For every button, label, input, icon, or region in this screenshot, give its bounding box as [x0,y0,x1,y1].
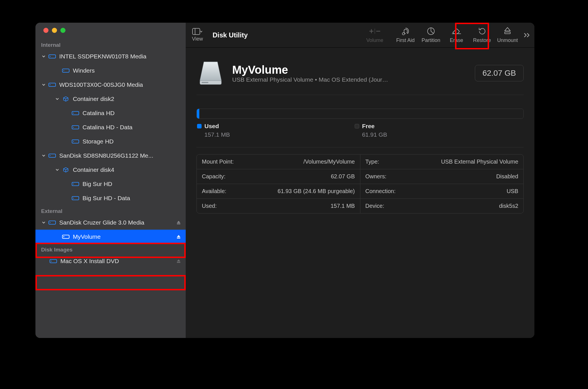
svg-point-30 [402,33,405,35]
chevron-down-icon[interactable] [41,221,47,224]
svg-point-3 [64,70,64,71]
info-key: Available: [202,188,226,195]
volume-name: MyVolume [232,64,468,76]
toolbar-label: Unmount [497,37,518,43]
legend-value: 61.91 GB [355,131,387,138]
legend-label: Used [204,123,219,130]
info-key: Capacity: [202,173,225,180]
info-key: Connection: [365,188,396,195]
external-disk-icon [48,220,56,225]
eject-icon[interactable] [175,234,182,239]
swatch-used [197,124,202,128]
sidebar-disk-sandisk-sd8[interactable]: SanDisk SD8SN8U256G1122 Me... [35,149,186,163]
legend-used: Used 157.1 MB [197,123,230,138]
unmount-icon [504,27,511,36]
svg-rect-26 [177,262,180,263]
sidebar-item-label: WDS100T3X0C-00SJG0 Media [59,81,143,88]
sidebar-item-label: Storage HD [83,138,114,145]
sidebar-volume-bigsur-hd-data[interactable]: Big Sur HD - Data [35,191,186,205]
external-drive-icon [196,59,225,87]
info-table: Mount Point:/Volumes/MyVolume Capacity:6… [196,154,524,213]
toolbar: View Disk Utility Volume First Aid [186,23,534,48]
toolbar-label: Restore [473,37,491,43]
sidebar-item-label: MyVolume [73,233,101,240]
erase-icon [452,27,461,36]
volume-size-badge: 62.07 GB [475,65,524,81]
toolbar-unmount-button[interactable]: Unmount [495,27,520,43]
minimize-window-button[interactable] [52,28,57,33]
sidebar-item-label: Winders [73,67,95,74]
info-column-right: Type:USB External Physical Volume Owners… [360,155,524,213]
chevron-double-right-icon [523,32,531,38]
sidebar-item-label: SanDisk SD8SN8U256G1122 Me... [59,152,153,159]
info-key: Used: [202,203,217,209]
sidebar-heading-disk-images: Disk Images [35,244,186,254]
legend-free: Free 61.91 GB [355,123,387,138]
internal-disk-icon [48,82,56,88]
svg-point-1 [50,56,51,57]
toolbar-view-button[interactable]: View [192,28,203,42]
toolbar-erase-button[interactable]: Erase [444,27,469,43]
sidebar-image-macosx-dvd[interactable]: Mac OS X Install DVD [35,254,186,268]
svg-point-9 [73,127,74,128]
external-disk-icon [49,258,58,264]
sidebar-container-disk4[interactable]: Container disk4 [35,163,186,177]
info-key: Device: [365,203,384,209]
toolbar-overflow-button[interactable] [520,32,534,38]
info-row: Device:disk5s2 [360,198,524,213]
toolbar-partition-button[interactable]: Partition [418,27,444,43]
swatch-free [355,124,359,128]
svg-rect-23 [177,238,180,238]
chevron-down-icon[interactable] [41,154,47,157]
svg-point-22 [64,236,64,237]
sidebar: Internal INTEL SSDPEKNW010T8 Media Winde… [35,23,186,338]
sidebar-heading-external: External [35,205,186,215]
volume-icon [71,110,80,116]
sidebar-volume-catalina-hd-data[interactable]: Catalina HD - Data [35,120,186,134]
usage-bar-used [197,109,199,119]
toolbar-first-aid-button[interactable]: First Aid [393,27,418,43]
internal-disk-icon [48,153,56,158]
divider [196,95,524,95]
fullscreen-window-button[interactable] [60,28,65,33]
svg-rect-27 [193,28,200,35]
info-value: disk5s2 [499,203,518,209]
sidebar-volume-bigsur-hd[interactable]: Big Sur HD [35,177,186,191]
info-row: Available:61.93 GB (24.6 MB purgeable) [197,184,360,198]
sidebar-volume-myvolume[interactable]: MyVolume [35,230,186,244]
close-window-button[interactable] [43,28,48,33]
sidebar-item-label: Catalina HD - Data [83,124,132,131]
sidebar-container-disk2[interactable]: Container disk2 [35,92,186,106]
chevron-down-icon[interactable] [54,97,60,101]
chevron-down-icon[interactable] [41,55,47,58]
first-aid-icon [401,27,410,36]
sidebar-volume-catalina-hd[interactable]: Catalina HD [35,106,186,120]
toolbar-restore-button[interactable]: Restore [469,27,495,43]
info-value: 157.1 MB [331,203,355,209]
sidebar-disk-intel[interactable]: INTEL SSDPEKNW010T8 Media [35,49,186,64]
info-key: Type: [365,158,379,165]
info-row: Type:USB External Physical Volume [360,155,524,169]
svg-point-7 [73,113,74,114]
volume-icon [62,234,70,240]
svg-point-15 [73,184,74,185]
volume-icon [62,68,70,73]
sidebar-disk-cruzer[interactable]: SanDisk Cruzer Glide 3.0 Media [35,215,186,230]
chevron-down-icon[interactable] [41,83,47,86]
legend-label: Free [362,123,375,130]
sidebar-item-label: Container disk4 [73,166,114,173]
sidebar-volume-winders[interactable]: Winders [35,64,186,78]
internal-disk-icon [48,54,56,59]
sidebar-item-label: Container disk2 [73,96,114,102]
sidebar-volume-storage-hd[interactable]: Storage HD [35,134,186,149]
info-row: Owners:Disabled [360,169,524,184]
sidebar-disk-wds[interactable]: WDS100T3X0C-00SJG0 Media [35,78,186,92]
eject-icon[interactable] [175,220,182,225]
volume-icon [71,181,80,187]
sidebar-item-label: Mac OS X Install DVD [60,258,119,265]
chevron-down-icon[interactable] [54,168,60,172]
divider [196,147,524,147]
eject-icon[interactable] [175,259,182,263]
toolbar-label: Partition [422,37,440,43]
volume-icon [71,195,80,201]
